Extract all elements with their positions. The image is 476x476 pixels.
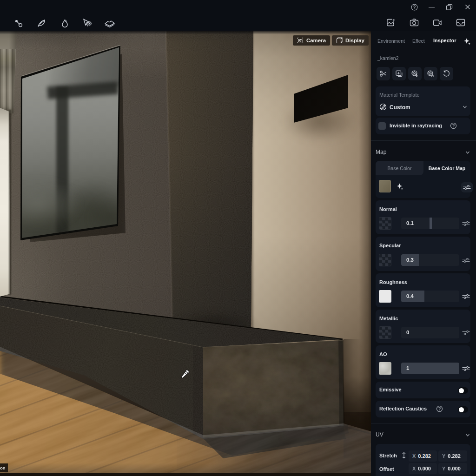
svg-text:AI: AI [431,74,434,77]
